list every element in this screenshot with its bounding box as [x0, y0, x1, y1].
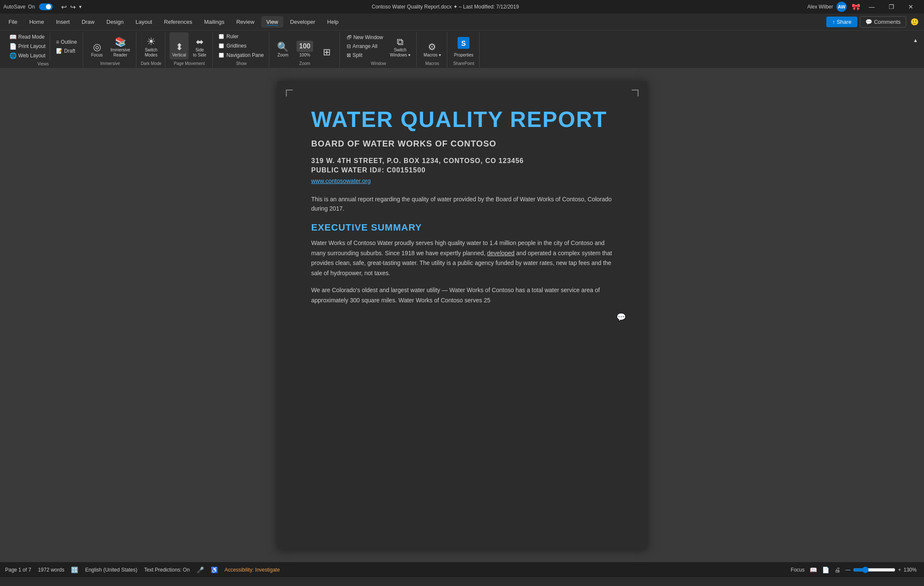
- ribbon-group-darkmode: ☀ SwitchModes Dark Mode: [137, 32, 165, 68]
- zoom-slider[interactable]: [853, 566, 896, 573]
- menu-view[interactable]: View: [261, 16, 283, 28]
- user-area: Alex Wilber AW 🎀: [807, 2, 862, 12]
- share-button[interactable]: ↑ Share: [826, 17, 857, 27]
- comment-icon[interactable]: 💬: [616, 313, 626, 322]
- menu-review[interactable]: Review: [231, 16, 260, 28]
- web-layout-button[interactable]: 🌐 Web Layout: [7, 51, 48, 60]
- menu-insert[interactable]: Insert: [51, 16, 75, 28]
- arrange-all-button[interactable]: ⊟ Arrange All: [344, 42, 386, 51]
- print-layout-button[interactable]: 📄 Print Layout: [7, 42, 48, 51]
- language-label[interactable]: English (United States): [85, 567, 137, 573]
- print-layout-icon[interactable]: 📄: [822, 566, 829, 573]
- focus-button[interactable]: ◎ Focus: [88, 32, 106, 59]
- restore-button[interactable]: ❐: [882, 0, 901, 14]
- exec-summary-p1: Water Works of Contoso Water proudly ser…: [311, 238, 613, 279]
- undo-icon[interactable]: ↩: [59, 3, 68, 11]
- menu-right: ↑ Share 💬 Comments 🙂: [826, 16, 921, 28]
- reader-view-icon[interactable]: 📖: [810, 566, 817, 573]
- side-to-side-button[interactable]: ⬌ Sideto Side: [190, 32, 209, 59]
- gridlines-checkbox[interactable]: [219, 43, 224, 48]
- macros-items: ⚙ Macros ▾: [421, 32, 444, 59]
- new-window-icon: 🗗: [347, 34, 352, 40]
- menu-home[interactable]: Home: [24, 16, 49, 28]
- window-items: 🗗 New Window ⊟ Arrange All ⊠ Split ⧉ Swi…: [344, 32, 413, 59]
- draft-button[interactable]: 📝 Draft: [54, 47, 79, 55]
- quick-access-more[interactable]: ▾: [77, 4, 83, 10]
- ruler-checkbox[interactable]: [219, 34, 224, 39]
- switch-windows-button[interactable]: ⧉ SwitchWindows ▾: [387, 32, 413, 59]
- switch-windows-icon: ⧉: [397, 37, 404, 47]
- darkmode-label: Dark Mode: [141, 61, 161, 66]
- ribbon-group-macros: ⚙ Macros ▾ Macros: [418, 32, 447, 68]
- zoom-in-button[interactable]: +: [898, 567, 901, 573]
- sharepoint-label: SharePoint: [453, 61, 474, 66]
- menu-draw[interactable]: Draw: [76, 16, 99, 28]
- immersive-label: Immersive: [100, 61, 120, 66]
- page-movement-label: Page Movement: [174, 61, 205, 66]
- share-label: Share: [836, 19, 851, 25]
- word-count[interactable]: 1972 words: [38, 567, 64, 573]
- zoom-out-button[interactable]: —: [845, 567, 851, 573]
- navigation-pane-checkbox-label[interactable]: Navigation Pane: [217, 52, 266, 59]
- svg-text:S: S: [461, 40, 466, 47]
- arrange-all-icon: ⊟: [347, 43, 351, 49]
- print-layout-icon: 📄: [9, 43, 17, 50]
- darkmode-items: ☀ SwitchModes: [142, 32, 161, 59]
- ribbon-group-page-movement: ⬍ Vertical ⬌ Sideto Side Page Movement: [166, 32, 213, 68]
- autosave-on-label: On: [28, 4, 35, 10]
- views-items: 📖 Read Mode 📄 Print Layout 🌐 Web Layout: [7, 32, 79, 60]
- zoom-icon: 🔍: [277, 42, 288, 52]
- split-button[interactable]: ⊠ Split: [344, 51, 386, 59]
- zoom-level[interactable]: 130%: [904, 567, 919, 573]
- properties-button[interactable]: S Properties: [452, 32, 476, 59]
- zoom-pages-button[interactable]: ⊞: [317, 32, 336, 59]
- menu-layout[interactable]: Layout: [130, 16, 157, 28]
- window-label: Window: [371, 61, 386, 66]
- menu-help[interactable]: Help: [322, 16, 344, 28]
- zoom-button[interactable]: 🔍 Zoom: [274, 32, 292, 59]
- text-predictions-label[interactable]: Text Predictions: On: [144, 567, 189, 573]
- document-subtitle: BOARD OF WATER WORKS OF CONTOSO: [311, 139, 613, 149]
- comments-button[interactable]: 💬 Comments: [860, 16, 906, 28]
- dictate-icon: 🎤: [197, 566, 204, 573]
- collapse-ribbon-button[interactable]: ▲: [910, 34, 921, 44]
- new-window-button[interactable]: 🗗 New Window: [344, 33, 386, 42]
- minimize-button[interactable]: —: [862, 0, 882, 14]
- outline-button[interactable]: ≡ Outline: [54, 38, 79, 46]
- vertical-button[interactable]: ⬍ Vertical: [170, 32, 189, 59]
- ribbon-icon[interactable]: 🎀: [850, 3, 862, 11]
- focus-button[interactable]: Focus: [791, 567, 805, 573]
- close-button[interactable]: ✕: [901, 0, 921, 14]
- document-address1: 319 W. 4TH STREET, P.O. BOX 1234, CONTOS…: [311, 157, 613, 165]
- switch-modes-button[interactable]: ☀ SwitchModes: [142, 32, 161, 59]
- zoom-slider-container: — + 130%: [845, 566, 919, 573]
- document-website[interactable]: www.contosowater.org: [311, 177, 613, 184]
- menu-design[interactable]: Design: [102, 16, 129, 28]
- zoom-100-button[interactable]: 100 100%: [294, 32, 316, 59]
- ribbon: 📖 Read Mode 📄 Print Layout 🌐 Web Layout: [0, 31, 924, 68]
- exec-summary-title: EXECUTIVE SUMMARY: [311, 222, 613, 233]
- redo-icon[interactable]: ↪: [68, 3, 77, 11]
- accessibility-label[interactable]: Accessibility: Investigate: [225, 567, 280, 573]
- gridlines-checkbox-label[interactable]: Gridlines: [217, 42, 266, 49]
- toggle-knob: [46, 4, 51, 9]
- document-page: WATER QUALITY REPORT BOARD OF WATER WORK…: [277, 81, 647, 549]
- menu-developer[interactable]: Developer: [285, 16, 320, 28]
- autosave-toggle[interactable]: [39, 3, 53, 10]
- ruler-checkbox-label[interactable]: Ruler: [217, 33, 266, 40]
- status-bar-right: Focus 📖 📄 🖨 — + 130%: [791, 566, 919, 573]
- views-label: Views: [37, 62, 49, 66]
- navigation-pane-checkbox[interactable]: [219, 53, 224, 58]
- immersive-reader-button[interactable]: 📚 ImmersiveReader: [108, 32, 133, 59]
- feedback-button[interactable]: 🙂: [909, 16, 921, 28]
- sharepoint-items: S Properties: [452, 32, 476, 59]
- macros-button[interactable]: ⚙ Macros ▾: [421, 32, 444, 59]
- macros-label: Macros: [425, 61, 439, 66]
- comments-label: Comments: [874, 19, 901, 25]
- menu-references[interactable]: References: [159, 16, 197, 28]
- menu-file[interactable]: File: [3, 16, 23, 28]
- read-mode-button[interactable]: 📖 Read Mode: [7, 32, 48, 41]
- user-avatar[interactable]: AW: [836, 2, 847, 12]
- page-layout-icon[interactable]: 🖨: [834, 566, 840, 573]
- menu-mailings[interactable]: Mailings: [199, 16, 230, 28]
